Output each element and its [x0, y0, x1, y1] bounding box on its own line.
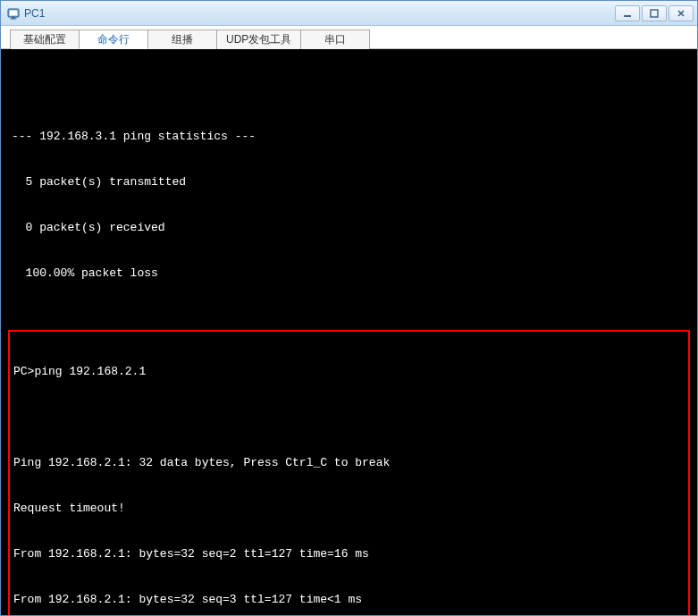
tab-command-line[interactable]: 命令行	[79, 30, 148, 49]
terminal-line: From 192.168.2.1: bytes=32 seq=2 ttl=127…	[10, 546, 688, 561]
app-window: PC1 基础配置 命令行 组播 UDP发包工具 串口 --- 192.168.3…	[0, 0, 698, 616]
terminal-line: --- 192.168.3.1 ping statistics ---	[3, 129, 695, 144]
tabbar: 基础配置 命令行 组播 UDP发包工具 串口	[1, 26, 697, 49]
terminal-line	[10, 409, 688, 425]
tab-udp-tool[interactable]: UDP发包工具	[216, 30, 301, 49]
tab-basic-config[interactable]: 基础配置	[10, 30, 80, 49]
terminal-line: PC>ping 192.168.2.1	[10, 364, 688, 379]
svg-rect-4	[624, 15, 631, 17]
terminal-line: 5 packet(s) transmitted	[3, 174, 695, 190]
svg-rect-1	[10, 10, 18, 15]
terminal-line: 0 packet(s) received	[3, 220, 695, 235]
terminal-area: --- 192.168.3.1 ping statistics --- 5 pa…	[1, 49, 697, 615]
highlight-box-1: PC>ping 192.168.2.1 Ping 192.168.2.1: 32…	[8, 330, 690, 615]
terminal-line: 100.00% packet loss	[3, 266, 695, 281]
terminal-line: From 192.168.2.1: bytes=32 seq=3 ttl=127…	[10, 592, 688, 607]
maximize-button[interactable]	[642, 5, 667, 21]
close-button[interactable]	[669, 5, 694, 21]
terminal-line	[3, 83, 695, 98]
window-title: PC1	[24, 7, 615, 20]
tab-multicast[interactable]: 组播	[147, 30, 217, 49]
minimize-button[interactable]	[615, 5, 640, 21]
tab-serial[interactable]: 串口	[300, 30, 370, 49]
svg-rect-2	[12, 17, 15, 19]
app-icon	[6, 6, 21, 21]
svg-rect-5	[651, 10, 658, 17]
window-controls	[615, 5, 694, 21]
titlebar[interactable]: PC1	[1, 1, 697, 26]
terminal-line: Request timeout!	[10, 501, 688, 516]
svg-rect-3	[11, 18, 17, 19]
terminal-line: Ping 192.168.2.1: 32 data bytes, Press C…	[10, 455, 688, 470]
terminal[interactable]: --- 192.168.3.1 ping statistics --- 5 pa…	[1, 49, 697, 615]
